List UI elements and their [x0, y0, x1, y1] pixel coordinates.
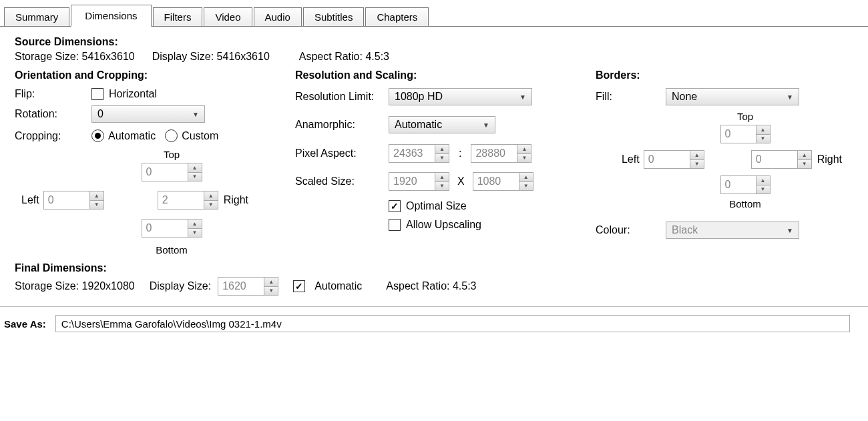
tab-dimensions[interactable]: Dimensions [71, 5, 151, 27]
save-as-label: Save As: [4, 318, 46, 330]
final-auto-checkbox[interactable] [293, 280, 305, 292]
scaled-w-input[interactable] [389, 173, 435, 190]
border-right-input[interactable] [752, 151, 797, 168]
spin-up-icon[interactable]: ▲ [756, 176, 770, 185]
spin-down-icon[interactable]: ▼ [435, 154, 449, 163]
crop-bottom-input[interactable] [142, 220, 188, 237]
flip-horizontal-label: Horizontal [109, 88, 157, 100]
chevron-down-icon: ▼ [519, 93, 526, 101]
par-x-input[interactable] [389, 145, 435, 162]
crop-left-spinner[interactable]: ▲▼ [43, 191, 104, 209]
cropping-auto-label: Automatic [108, 130, 156, 142]
crop-right-label: Right [224, 194, 248, 206]
spin-up-icon[interactable]: ▲ [519, 173, 533, 182]
par-y-input[interactable] [471, 145, 517, 162]
spin-up-icon[interactable]: ▲ [435, 145, 449, 154]
tab-video[interactable]: Video [204, 7, 252, 27]
spin-down-icon[interactable]: ▼ [519, 182, 533, 191]
spin-up-icon[interactable]: ▲ [690, 151, 704, 160]
spin-up-icon[interactable]: ▲ [264, 278, 278, 287]
flip-horizontal-checkbox[interactable] [91, 88, 103, 100]
spin-up-icon[interactable]: ▲ [517, 145, 531, 154]
crop-top-input[interactable] [142, 163, 188, 181]
spin-up-icon[interactable]: ▲ [435, 173, 449, 182]
chevron-down-icon: ▼ [483, 121, 489, 129]
optimal-size-checkbox[interactable] [389, 200, 401, 212]
scaled-h-input[interactable] [473, 173, 519, 190]
final-display-spinner[interactable]: ▲▼ [218, 277, 278, 296]
spin-down-icon[interactable]: ▼ [188, 229, 202, 238]
spin-up-icon[interactable]: ▲ [188, 220, 202, 229]
crop-bottom-label: Bottom [48, 244, 295, 256]
border-bottom-label: Bottom [629, 198, 861, 209]
fill-select[interactable]: None ▼ [666, 88, 799, 105]
spin-down-icon[interactable]: ▼ [798, 160, 811, 169]
spin-up-icon[interactable]: ▲ [756, 125, 770, 135]
par-x-spinner[interactable]: ▲▼ [389, 144, 449, 163]
rotation-select[interactable]: 0 ▼ [91, 105, 205, 123]
anamorphic-select[interactable]: Automatic ▼ [389, 116, 495, 133]
border-bottom-input[interactable] [721, 176, 756, 193]
colour-value: Black [672, 224, 698, 236]
cropping-custom-radio[interactable] [165, 129, 178, 142]
tab-chapters[interactable]: Chapters [365, 7, 429, 27]
border-left-spinner[interactable]: ▲▼ [644, 150, 704, 169]
rotation-label: Rotation: [15, 108, 91, 120]
spin-down-icon[interactable]: ▼ [435, 182, 449, 191]
spin-down-icon[interactable]: ▼ [690, 160, 704, 169]
crop-left-label: Left [21, 194, 39, 206]
source-storage: Storage Size: 5416x3610 [15, 51, 135, 63]
source-aspect: Aspect Ratio: 4.5:3 [299, 51, 389, 63]
crop-right-input[interactable] [158, 191, 204, 209]
save-as-input[interactable] [55, 315, 850, 332]
spin-up-icon[interactable]: ▲ [90, 191, 103, 201]
orientation-heading: Orientation and Cropping: [15, 69, 295, 81]
colour-select[interactable]: Black ▼ [666, 222, 799, 239]
scaled-label: Scaled Size: [295, 175, 389, 187]
spin-up-icon[interactable]: ▲ [204, 191, 218, 201]
final-display-input[interactable] [218, 278, 264, 295]
border-left-label: Left [622, 153, 640, 165]
spin-down-icon[interactable]: ▼ [756, 135, 770, 143]
par-y-spinner[interactable]: ▲▼ [471, 144, 531, 163]
spin-down-icon[interactable]: ▼ [204, 201, 218, 209]
crop-right-spinner[interactable]: ▲▼ [158, 191, 218, 209]
reslimit-value: 1080p HD [395, 91, 443, 103]
chevron-down-icon: ▼ [787, 227, 793, 234]
final-storage: Storage Size: 1920x1080 [15, 280, 135, 292]
allow-upscaling-label: Allow Upscaling [406, 219, 481, 231]
final-display-label: Display Size: [150, 280, 211, 292]
fill-value: None [672, 91, 697, 103]
chevron-down-icon: ▼ [192, 111, 199, 118]
reslimit-select[interactable]: 1080p HD ▼ [389, 88, 532, 105]
spin-down-icon[interactable]: ▼ [188, 173, 202, 181]
source-dimensions-heading: Source Dimensions: [15, 36, 861, 48]
tab-filters[interactable]: Filters [153, 7, 203, 27]
tab-summary[interactable]: Summary [4, 7, 69, 27]
spin-down-icon[interactable]: ▼ [90, 201, 103, 209]
border-right-spinner[interactable]: ▲▼ [751, 150, 812, 169]
border-top-spinner[interactable]: ▲▼ [720, 125, 771, 143]
cropping-label: Cropping: [15, 130, 91, 142]
border-bottom-spinner[interactable]: ▲▼ [720, 175, 771, 194]
crop-top-spinner[interactable]: ▲▼ [142, 163, 202, 181]
tab-audio[interactable]: Audio [254, 7, 302, 27]
spin-up-icon[interactable]: ▲ [188, 163, 202, 173]
scaled-h-spinner[interactable]: ▲▼ [473, 172, 533, 191]
spin-up-icon[interactable]: ▲ [798, 151, 811, 160]
source-display: Display Size: 5416x3610 [152, 51, 270, 63]
scaled-w-spinner[interactable]: ▲▼ [389, 172, 449, 191]
allow-upscaling-checkbox[interactable] [389, 219, 401, 231]
anamorphic-label: Anamorphic: [295, 119, 389, 131]
tab-subtitles[interactable]: Subtitles [303, 7, 365, 27]
optimal-size-label: Optimal Size [406, 200, 467, 212]
cropping-auto-radio[interactable] [91, 129, 104, 142]
spin-down-icon[interactable]: ▼ [264, 287, 278, 296]
crop-left-input[interactable] [44, 191, 89, 209]
border-left-input[interactable] [644, 151, 690, 168]
spin-down-icon[interactable]: ▼ [517, 154, 531, 163]
crop-bottom-spinner[interactable]: ▲▼ [142, 219, 202, 238]
border-top-input[interactable] [721, 125, 756, 143]
spin-down-icon[interactable]: ▼ [756, 185, 770, 194]
reslimit-label: Resolution Limit: [295, 91, 389, 103]
